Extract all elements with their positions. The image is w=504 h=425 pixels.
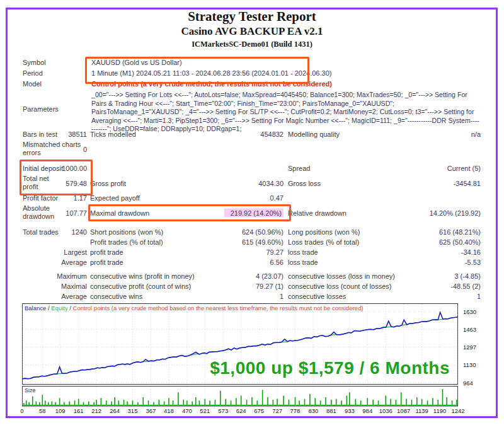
parameters-label: Parameters xyxy=(23,105,89,114)
x-axis-tick: 1242 xyxy=(451,407,464,414)
stat-label: Maximum xyxy=(23,272,87,281)
stat-value: 3 (-4.85) xyxy=(288,272,481,281)
stat-value: 625 (50.40%) xyxy=(288,238,481,247)
report-title: Strategy Tester Report xyxy=(0,9,504,25)
stat-value: 616 (48.21%) xyxy=(288,228,481,236)
stat-value: 1 xyxy=(90,293,284,301)
x-axis-tick: 367 xyxy=(146,407,156,414)
stat-value: 4 (23.07) xyxy=(90,272,284,281)
stat-value: 454832 xyxy=(90,131,284,139)
info-row-symbol: Symbol XAUUSD (Gold vs US Dollar) xyxy=(23,57,481,68)
stat-value: 79.27 (1) xyxy=(90,282,284,291)
symbol-value: XAUUSD (Gold vs US Dollar) xyxy=(91,59,481,67)
x-axis-tick: 212 xyxy=(91,407,101,414)
x-axis-tick: 1087 xyxy=(397,407,410,414)
x-axis-tick: 1139 xyxy=(415,407,428,414)
info-row-model: Model Control points (a very crude metho… xyxy=(23,79,481,90)
stat-value: 0.47 xyxy=(90,194,284,202)
stat-row: Absolute drawdown107.77Maximal drawdown2… xyxy=(23,203,481,223)
x-axis-tick: 624 xyxy=(236,407,246,414)
x-axis-tick: 984 xyxy=(362,407,372,414)
legend-separator: / xyxy=(68,305,73,311)
stat-value: 1.17 xyxy=(23,194,87,202)
x-axis-tick: 418 xyxy=(164,407,174,414)
stat-row: Maximumconsecutive wins (profit in money… xyxy=(23,271,481,281)
symbol-label: Symbol xyxy=(23,59,89,67)
model-value: Control points (a very crude method, the… xyxy=(91,80,481,88)
stat-row: Profit factor1.17Expected payoff0.47 xyxy=(23,193,481,203)
report-info-table: Symbol XAUUSD (Gold vs US Dollar) Period… xyxy=(23,57,481,129)
stat-row: Bars in test38511Ticks modelled454832Mod… xyxy=(23,129,481,139)
stat-value: 1240 xyxy=(23,228,87,236)
y-axis-tick: 1630 xyxy=(463,308,476,315)
stat-value: 615 (49.60%) xyxy=(90,238,284,247)
stat-value: 107.77 xyxy=(23,209,87,217)
chart-legend: Balance / Equity / Control points (a ver… xyxy=(25,305,364,311)
y-axis-tick: 1463 xyxy=(463,326,476,333)
period-value: 1 Minute (M1) 2024.05.21 11:03 - 2024.06… xyxy=(91,69,481,78)
x-axis-tick: 264 xyxy=(110,407,120,414)
stat-label: Largest xyxy=(23,248,87,257)
stat-value: 624 (50.96%) xyxy=(90,228,284,236)
x-axis-tick: 727 xyxy=(272,407,282,414)
stat-value: 6.56 xyxy=(90,259,284,267)
x-axis-tick: 778 xyxy=(290,407,301,414)
x-axis-tick: 315 xyxy=(128,407,138,414)
profit-overlay-text: $1,000 up $1,579 / 6 Months xyxy=(0,358,450,378)
stat-value: -48.55 (2) xyxy=(288,282,481,291)
x-axis-tick: 58 xyxy=(39,407,46,414)
stat-row: Averageprofit trade6.56loss trade-5.53 xyxy=(23,257,481,267)
drawdown-highlight: 219.92 (14.20%) xyxy=(224,208,284,217)
legend-equity-label: Equity xyxy=(51,305,67,311)
report-subtitle: Casino AVG BACKUP EA v2.1 xyxy=(0,25,504,38)
x-axis-tick: 1190 xyxy=(433,407,446,414)
x-axis-tick: 521 xyxy=(200,407,210,414)
x-axis-tick: 0 xyxy=(20,407,23,414)
stat-value: 14.20% (219.92) xyxy=(288,209,481,217)
x-axis-tick: 881 xyxy=(326,407,336,414)
size-panel-label: Size xyxy=(25,387,36,393)
stat-label: Average xyxy=(23,259,87,267)
y-axis-tick: 1130 xyxy=(463,361,476,368)
stat-label: Average xyxy=(23,293,87,301)
x-axis-tick: 933 xyxy=(345,407,355,414)
stat-row: Profit trades (% of total)615 (49.60%)Lo… xyxy=(23,237,481,247)
info-row-period: Period 1 Minute (M1) 2024.05.21 11:03 - … xyxy=(23,68,481,79)
stat-label: Maximal xyxy=(23,282,87,291)
x-axis-tick: 161 xyxy=(74,407,84,414)
y-axis-tick: 964 xyxy=(463,380,473,387)
info-row-parameters: Parameters _00="--->> Setting For Lots <… xyxy=(23,90,481,129)
stat-row: Total trades1240Short positions (won %)6… xyxy=(23,227,481,237)
strategy-tester-report-page: Strategy Tester Report Casino AVG BACKUP… xyxy=(0,0,504,425)
stat-value: 219.92 (14.20%) xyxy=(90,209,284,217)
stat-row: Initial deposit1000.00SpreadCurrent (5) xyxy=(23,163,481,173)
x-axis-tick: 470 xyxy=(182,407,192,414)
parameters-value: _00="--->> Setting For Lots <<---"; Auto… xyxy=(91,91,481,134)
size-panel-frame xyxy=(23,387,458,407)
stat-value: 79.27 xyxy=(90,248,284,257)
stat-value: 4034.30 xyxy=(90,179,284,187)
x-axis-tick: 830 xyxy=(309,407,319,414)
stat-value: 38511 xyxy=(23,131,87,139)
x-axis-tick: 675 xyxy=(254,407,264,414)
stat-value: -34.16 xyxy=(288,248,481,257)
legend-control-points-note: Control points (a very crude method base… xyxy=(73,305,364,311)
y-axis-tick: 1297 xyxy=(463,344,476,351)
legend-balance-label: Balance xyxy=(25,305,46,311)
stat-value: 0 xyxy=(23,145,87,153)
stat-row: Averageconsecutive wins1consecutive loss… xyxy=(23,291,481,301)
report-server-build: ICMarketsSC-Demo01 (Build 1431) xyxy=(0,40,504,49)
stats-table: Bars in test38511Ticks modelled454832Mod… xyxy=(23,129,481,301)
stat-row: Maximalconsecutive profit (count of wins… xyxy=(23,281,481,291)
stat-row: Mismatched charts errors0 xyxy=(23,139,481,159)
stat-value: -5.53 xyxy=(288,259,481,267)
stat-value: Current (5) xyxy=(288,165,481,173)
stat-value: 579.48 xyxy=(23,179,87,187)
model-label: Model xyxy=(23,80,89,88)
x-axis-tick: 1036 xyxy=(379,407,392,414)
stat-value: -3454.81 xyxy=(288,179,481,187)
stat-value: n/a xyxy=(288,131,481,139)
x-axis-tick: 109 xyxy=(55,407,66,414)
stat-value: 1 xyxy=(288,293,481,301)
stat-row: Total net profit579.48Gross profit4034.3… xyxy=(23,173,481,193)
